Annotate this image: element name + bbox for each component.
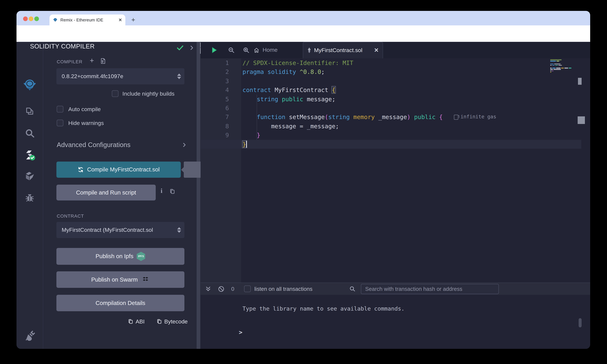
- compile-success-check-icon: [176, 44, 185, 52]
- publish-ipfs-label: Publish on Ipfs: [95, 253, 133, 260]
- new-tab-button[interactable]: +: [129, 15, 138, 24]
- include-nightly-checkbox[interactable]: [112, 90, 119, 97]
- editor-area: Home MyFirstContract.sol ✕ 12345678910 /…: [200, 42, 590, 283]
- remix-logo-icon[interactable]: [22, 78, 37, 92]
- line-number[interactable]: 9: [200, 130, 229, 140]
- compile-button[interactable]: Compile MyFirstContract.sol: [56, 162, 181, 178]
- line-number[interactable]: 2: [200, 67, 229, 77]
- terminal: 0 listen on all transactions Search with…: [200, 283, 590, 349]
- publish-swarm-label: Publish on Swarm: [91, 276, 138, 283]
- hide-warnings-label: Hide warnings: [68, 120, 104, 127]
- bytecode-copy-label[interactable]: Bytecode: [164, 318, 188, 325]
- line-number[interactable]: 6: [200, 104, 229, 113]
- advanced-configurations-toggle[interactable]: Advanced Configurations: [57, 141, 131, 149]
- terminal-prompt[interactable]: >: [239, 329, 242, 336]
- code-line[interactable]: }: [242, 130, 443, 140]
- zoom-out-icon[interactable]: [228, 47, 235, 54]
- screen: Remix - Ethereum IDE ✕ + remix.ethereum.…: [0, 0, 607, 364]
- code-line[interactable]: message = _message;: [242, 121, 443, 130]
- line-number[interactable]: 1: [200, 58, 229, 67]
- close-window-button[interactable]: [23, 16, 28, 21]
- line-number[interactable]: 8: [200, 121, 229, 130]
- tab-home[interactable]: Home: [253, 42, 277, 58]
- terminal-search-icon: [349, 286, 356, 292]
- tab-home-label: Home: [263, 47, 277, 53]
- code-editor[interactable]: 12345678910 // SPDX-License-Identifier: …: [200, 58, 590, 283]
- select-spinner-icon: [177, 68, 181, 84]
- overview-ruler-mark: [578, 78, 581, 85]
- line-number[interactable]: 7: [200, 113, 229, 122]
- auto-compile-checkbox[interactable]: [57, 106, 63, 112]
- browser-tab-title: Remix - Ethereum IDE: [60, 17, 119, 22]
- add-compiler-icon[interactable]: +: [90, 56, 94, 65]
- contract-select-value: MyFirstContract (MyFirstContract.sol: [62, 227, 153, 233]
- line-number[interactable]: 3: [200, 77, 229, 86]
- panel-expand-chevron-icon[interactable]: [189, 45, 195, 51]
- copy-bytecode-icon[interactable]: [156, 318, 162, 325]
- gas-estimate-annotation: infinite gas: [454, 113, 496, 122]
- auto-compile-label: Auto compile: [68, 106, 101, 113]
- deploy-run-icon[interactable]: [22, 169, 37, 183]
- terminal-message: Type the library name to see available c…: [242, 305, 405, 312]
- collapse-terminal-icon[interactable]: [205, 286, 211, 292]
- advanced-chevron-icon[interactable]: [182, 142, 187, 148]
- tab-title: MyFirstContract.sol: [314, 47, 371, 53]
- plugin-manager-icon[interactable]: [22, 329, 37, 343]
- zoom-in-icon[interactable]: [242, 47, 250, 54]
- line-number[interactable]: 5: [200, 94, 229, 104]
- copy-abi-icon[interactable]: [128, 318, 134, 325]
- debugger-icon[interactable]: [22, 191, 37, 205]
- include-nightly-label: Include nightly builds: [122, 91, 174, 97]
- terminal-toolbar: 0 listen on all transactions Search with…: [200, 283, 590, 295]
- code-line[interactable]: }: [242, 140, 443, 149]
- compilation-details-label: Compilation Details: [95, 299, 145, 306]
- compiler-version-select[interactable]: 0.8.22+commit.4fc1097e: [56, 68, 185, 84]
- hide-warnings-checkbox[interactable]: [57, 120, 63, 126]
- browser-tab[interactable]: Remix - Ethereum IDE ✕: [50, 14, 125, 26]
- solidity-compiler-icon[interactable]: [22, 148, 37, 162]
- code-line[interactable]: contract MyFirstContract {: [242, 85, 443, 94]
- listen-transactions-checkbox[interactable]: [244, 286, 251, 292]
- terminal-search-input[interactable]: Search with transaction hash or address: [361, 284, 499, 294]
- code-line[interactable]: function setMessage(string memory _messa…: [242, 113, 443, 122]
- line-number[interactable]: 4: [200, 85, 229, 94]
- clear-console-icon[interactable]: [218, 286, 225, 292]
- compiler-section-label: COMPILER: [57, 59, 82, 64]
- file-explorer-icon[interactable]: [22, 104, 37, 118]
- info-icon[interactable]: i: [161, 187, 162, 195]
- code-line[interactable]: // SPDX-License-Identifier: MIT: [242, 58, 443, 67]
- browser-window: Remix - Ethereum IDE ✕ + remix.ethereum.…: [16, 11, 590, 349]
- code-line[interactable]: [242, 77, 443, 86]
- run-script-icon[interactable]: [211, 46, 218, 54]
- tab-myfirstcontract[interactable]: MyFirstContract.sol ✕: [303, 42, 383, 58]
- code-line[interactable]: string public message;: [242, 94, 443, 104]
- compile-button-label: Compile MyFirstContract.sol: [87, 166, 160, 173]
- terminal-scrollbar[interactable]: [579, 318, 581, 327]
- panel-scrollbar[interactable]: [197, 42, 200, 349]
- minimap[interactable]: [550, 59, 583, 73]
- gas-pump-icon: [454, 115, 458, 119]
- code-line[interactable]: pragma solidity ^0.8.0;: [242, 67, 443, 77]
- browser-toolbar: remix.ethereum.org/#lang=en&optimize=fal…: [16, 26, 590, 42]
- minimize-window-button[interactable]: [29, 16, 33, 21]
- compile-and-run-button[interactable]: Compile and Run script: [56, 185, 156, 200]
- license-file-icon[interactable]: [100, 57, 106, 65]
- copy-script-icon[interactable]: [169, 188, 175, 195]
- solidity-file-icon: [307, 47, 311, 53]
- tab-close-icon[interactable]: ✕: [119, 17, 122, 22]
- publish-ipfs-button[interactable]: Publish on Ipfs IPFS: [56, 248, 185, 265]
- compilation-details-button[interactable]: Compilation Details: [56, 295, 185, 311]
- overview-ruler-mark: [578, 117, 585, 124]
- contract-select[interactable]: MyFirstContract (MyFirstContract.sol: [56, 222, 185, 238]
- tab-close-icon[interactable]: ✕: [374, 47, 379, 54]
- publish-swarm-button[interactable]: Publish on Swarm: [56, 271, 185, 288]
- home-icon: [253, 47, 260, 53]
- code-line[interactable]: [242, 104, 443, 113]
- ipfs-logo-icon: IPFS: [137, 252, 145, 261]
- search-icon[interactable]: [22, 126, 37, 141]
- refresh-icon: [78, 167, 84, 173]
- abi-copy-label[interactable]: ABI: [136, 318, 145, 325]
- maximize-window-button[interactable]: [34, 16, 39, 21]
- listen-transactions-label: listen on all transactions: [254, 286, 312, 292]
- icon-rail: [16, 42, 43, 349]
